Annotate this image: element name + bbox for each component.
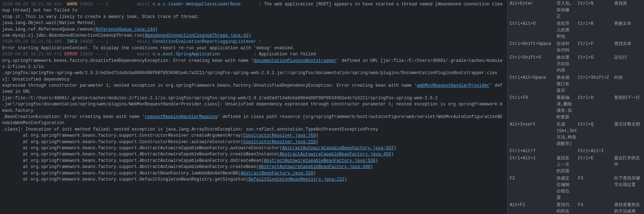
right-panel: Alt+Enter导入包,自动修正Ctrl+N查找类Ctrl+Alt+O优化导入… (507, 0, 644, 214)
log-line: at org.springframework.beans.factory.sup… (2, 151, 505, 158)
log-line: at org.springframework.beans.factory.sup… (2, 158, 505, 164)
log-line: Error starting ApplicationContext. To di… (2, 45, 505, 51)
log-line: 2020-09-29 16:21:50.472 ERROR 24020 --- … (2, 51, 505, 58)
shortcut-row: Ctrl+Shift+O效出显示在括内容Ctrl+G定位行 (508, 54, 644, 74)
log-line: java.lang.ref.ReferenceQueue.remove(Refe… (2, 27, 505, 33)
shortcut-row: F2快速定位编辑出错位置F3向下查找关键字出现位置 (508, 175, 644, 201)
shortcut-row: Ctrl+Alt+Space类名或接口名提示Ctrl+Shift+Z向前 (508, 74, 644, 94)
log-line: com.mysql.cj.jdbc.AbandonedConnectionCle… (2, 33, 505, 39)
log-line: at org.springframework.beans.factory.sup… (2, 133, 505, 139)
log-line: expressed through constructor parameter … (2, 83, 505, 95)
log-line: stop it. This is very likely to create a… (2, 14, 505, 20)
shortcut-row: Ctrl+Alt+TCtrl+Alt+I (508, 147, 644, 155)
log-line: at org.springframework.beans.factory.sup… (2, 145, 505, 151)
log-line: .class]: Invocation of init method faile… (2, 127, 505, 133)
log-line: at org.springframework.beans.factory.sup… (2, 177, 505, 183)
shortcut-row: Ctrl+Shift+Space自动补全代码Ctrl+F查找文本 (508, 40, 644, 54)
log-line: at org.springframework.beans.factory.sup… (2, 139, 505, 145)
shortcut-row: Ctrl+F9重新编译,删除缓存.实时更新Ctrl+D复制到下一行 (508, 94, 644, 121)
log-line: .jar!/springfox/documentation/spring/web… (2, 101, 505, 114)
shortcut-row: Ctrl+Alt+O优化导入的类和包Ctrl+R替换文本 (508, 20, 644, 40)
log-line: .springfox/springfox-spring-web/2.9.2/ed… (2, 70, 505, 83)
shortcut-row: Alt+F1查找代码所在位置F4查找变量所在的方法或类 (508, 201, 644, 214)
log-line: at org.springframework.beans.factory.sup… (2, 170, 505, 177)
log-line: org.springframework.beans.factory.Unsati… (2, 58, 505, 70)
log-line: .BeanCreationException: Error creating b… (2, 114, 505, 127)
log-line: 2020-09-29 16:21:50.465 INFO 24020 --- [… (2, 39, 505, 45)
log-line: at org.springframework.beans.factory.sup… (2, 164, 505, 170)
shortcut-row: Alt+Enter导入包,自动修正Ctrl+N查找类 (508, 0, 644, 20)
log-line: [jar:file:/C:/Users/40881/.gradle/caches… (2, 95, 505, 101)
shortcut-row: Ctrl+Alt+1返回至上一次的页面Ctrl+E最近打开的文件 (508, 155, 644, 175)
log-line: 2020-09-29 16:21:50.454 WARN 24020 --- [… (2, 1, 505, 14)
console-area: 2020-09-29 16:21:50.454 WARN 24020 --- [… (0, 0, 507, 214)
shortcut-row: Alt+Insert生成(Get,Set方法,构造函数等)Ctrl+Q显示注释文… (508, 121, 644, 147)
log-line: java.lang.Object.wait(Native Method) (2, 20, 505, 26)
